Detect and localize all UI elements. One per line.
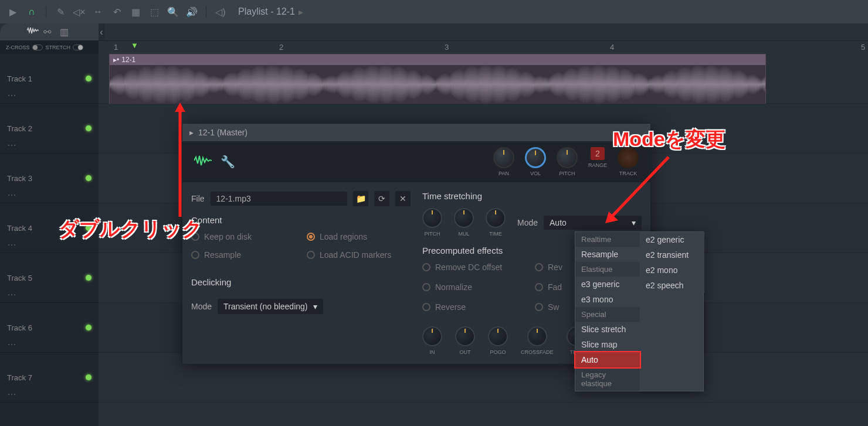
dd-item-e2-generic[interactable]: e2 generic	[640, 232, 704, 247]
dd-item-e2-transient[interactable]: e2 transient	[640, 247, 704, 263]
dd-item-slice-stretch[interactable]: Slice stretch	[575, 322, 640, 337]
pitch-knob[interactable]	[557, 147, 578, 168]
dd-item-e3-mono[interactable]: e3 mono	[575, 292, 640, 307]
play-icon[interactable]: ▶	[6, 5, 20, 19]
mode-dropdown-menu: Realtime Resample Elastique e3 generic e…	[575, 231, 704, 391]
dd-header-realtime: Realtime	[575, 232, 640, 247]
track-header-5[interactable]: Track 5…	[0, 253, 99, 303]
ts-pitch-knob[interactable]	[422, 208, 442, 228]
pogo-knob[interactable]	[488, 326, 508, 346]
wrench-icon[interactable]: 🔧	[221, 155, 235, 169]
file-name-field[interactable]: 12-1.mp3	[211, 192, 347, 206]
vol-knob[interactable]	[525, 147, 546, 168]
dd-item-resample[interactable]: Resample	[575, 247, 640, 262]
load-regions-option[interactable]: Load regions	[307, 232, 411, 241]
audio-clip[interactable]: ▸• 12-1	[109, 54, 766, 104]
dd-item-e2-speech[interactable]: e2 speech	[640, 278, 704, 293]
top-toolbar: ▶ ∩ ✎ ◁× ↔ ↶ ▦ ⬚ 🔍 🔊 ◁) Playlist - 12-1 …	[0, 0, 868, 23]
pan-knob[interactable]	[493, 147, 514, 168]
file-label: File	[191, 194, 205, 203]
dd-header-legacy: Legacy elastique	[575, 367, 640, 391]
declick-mode-label: Mode	[191, 302, 212, 311]
content-section-title: Content	[191, 215, 411, 225]
resample-option[interactable]: Resample	[191, 250, 295, 260]
playlist-title: Playlist - 12-1 ▸	[238, 6, 303, 18]
track-header-6[interactable]: Track 6…	[0, 303, 99, 353]
volume-icon[interactable]: ◁)	[213, 5, 228, 19]
delete-icon[interactable]: ✕	[395, 191, 411, 206]
ts-time-knob[interactable]	[486, 208, 506, 228]
select-icon[interactable]: ⬚	[147, 5, 161, 19]
scroll-left-icon[interactable]: ‹	[99, 23, 104, 40]
loop-start-marker[interactable]: ▼	[131, 41, 138, 50]
remove-dc-option[interactable]: Remove DC offset	[422, 263, 529, 272]
dd-item-auto[interactable]: Auto	[575, 352, 640, 367]
load-acid-option[interactable]: Load ACID markers	[307, 250, 411, 260]
ts-mul-knob[interactable]	[454, 208, 474, 228]
track-header-7[interactable]: Track 7…	[0, 353, 99, 403]
grid-icon[interactable]: ▦	[128, 5, 143, 19]
chevron-right-icon[interactable]: ▸	[299, 6, 303, 18]
track-header-2[interactable]: Track 2…	[0, 104, 99, 154]
track-led[interactable]	[86, 76, 91, 81]
dd-item-e3-generic[interactable]: e3 generic	[575, 277, 640, 292]
speaker-icon[interactable]: 🔊	[185, 5, 199, 19]
waveform-mode-icon[interactable]	[27, 26, 39, 38]
track-led[interactable]	[86, 125, 91, 131]
panel-menu-icon[interactable]: ▸	[189, 128, 194, 137]
dd-header-elastique: Elastique	[575, 262, 640, 277]
svg-line-3	[610, 157, 669, 219]
timeline-ruler[interactable]: 1 ▼ 2 3 4 5	[99, 41, 868, 54]
out-knob[interactable]	[455, 326, 475, 346]
zcross-toggle[interactable]: Z-CROSS	[6, 45, 43, 50]
track-led[interactable]	[86, 374, 91, 380]
clip-header[interactable]: ▸• 12-1	[110, 54, 765, 65]
dd-item-slice-map[interactable]: Slice map	[575, 337, 640, 352]
track-led[interactable]	[86, 325, 91, 330]
reverse-option[interactable]: Reverse	[422, 302, 529, 312]
stretch-toggle[interactable]: STRETCH	[46, 45, 84, 50]
clip-marker-icon: ▸•	[113, 56, 119, 64]
secondary-bar: ⚯ ▥ ‹	[0, 23, 868, 41]
crossfade-knob[interactable]	[527, 326, 547, 346]
dd-header-special: Special	[575, 307, 640, 322]
waveform[interactable]	[110, 65, 765, 104]
link-icon[interactable]: ⚯	[43, 26, 55, 38]
pencil-icon[interactable]: ✎	[53, 5, 67, 19]
ts-mode-label: Mode	[517, 218, 538, 227]
annotation-double-click: ダブルクリック	[59, 216, 202, 243]
normalize-option[interactable]: Normalize	[422, 282, 529, 292]
track-led[interactable]	[86, 275, 91, 281]
annotation-mode-change: Modeを変更	[613, 126, 725, 153]
arrows-icon[interactable]: ↔	[91, 5, 105, 19]
track-header-3[interactable]: Track 3…	[0, 154, 99, 203]
undo-icon[interactable]: ↶	[110, 5, 124, 19]
panel-header[interactable]: ▸ 12-1 (Master) ×	[182, 124, 650, 141]
declicking-section-title: Declicking	[191, 277, 411, 287]
mute-icon[interactable]: ◁×	[72, 5, 86, 19]
reload-icon[interactable]: ⟳	[374, 191, 389, 206]
folder-icon[interactable]: 📁	[353, 191, 368, 206]
track-led[interactable]	[86, 175, 91, 181]
chevron-down-icon: ▾	[313, 302, 317, 311]
zoom-icon[interactable]: 🔍	[166, 5, 180, 19]
annotation-arrow-2	[598, 151, 674, 227]
keep-on-disk-option[interactable]: Keep on disk	[191, 232, 295, 241]
declick-mode-dropdown[interactable]: Transient (no bleeding) ▾	[218, 299, 323, 314]
wave-icon[interactable]	[194, 154, 212, 170]
in-knob[interactable]	[422, 326, 442, 346]
annotation-arrow-1	[171, 103, 189, 217]
bars-icon[interactable]: ▥	[60, 26, 72, 38]
panel-top-controls: 🔧 PAN VOL PITCH 2RANGE TRACK	[182, 141, 650, 182]
svg-marker-2	[175, 103, 185, 112]
track-header-1[interactable]: Track 1…	[0, 54, 99, 104]
dd-item-e2-mono[interactable]: e2 mono	[640, 263, 704, 278]
magnet-icon[interactable]: ∩	[25, 5, 39, 19]
